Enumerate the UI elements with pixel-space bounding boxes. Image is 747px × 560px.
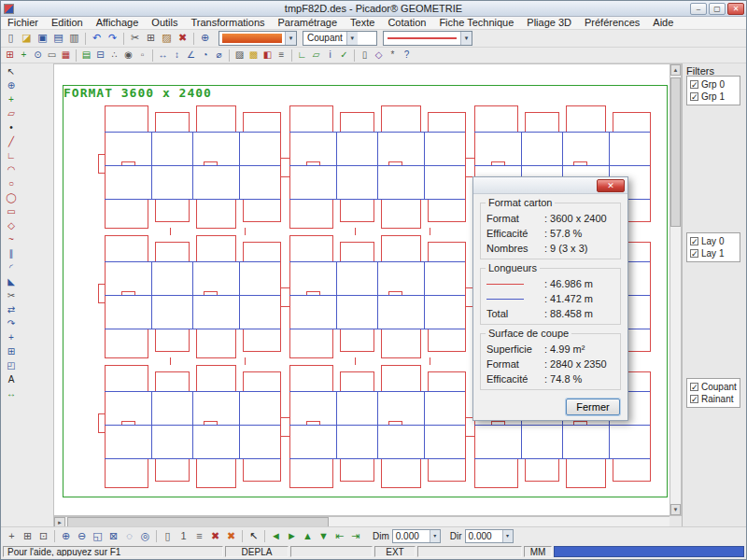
origin-icon[interactable]: ⊙ xyxy=(31,49,45,62)
menu-item-pr-f-rences[interactable]: Préférences xyxy=(578,17,646,29)
dim-horizontal-icon[interactable]: ↔ xyxy=(156,49,170,62)
new-file-icon[interactable]: ▯ xyxy=(3,31,19,46)
chamfer-tool-icon[interactable]: ◣ xyxy=(4,275,19,289)
select-tool-icon[interactable]: ↖ xyxy=(4,65,19,79)
undo-icon[interactable]: ↶ xyxy=(89,31,105,46)
offset-tool-icon[interactable]: ∥ xyxy=(4,247,19,261)
close-button[interactable]: ✕ xyxy=(727,3,744,15)
fermer-button[interactable]: Fermer xyxy=(566,399,620,415)
page-icon[interactable]: ▯ xyxy=(160,529,176,544)
field-dim[interactable]: 0.000▾ xyxy=(392,529,441,543)
redo-icon[interactable]: ↷ xyxy=(105,31,120,46)
filter-grp-0[interactable]: ✓Grp 0 xyxy=(690,78,737,91)
rectangle-tool-icon[interactable]: ▭ xyxy=(4,205,19,219)
zoom-extents-icon[interactable]: ⊕ xyxy=(197,31,213,46)
scroll-up-icon[interactable]: ▲ xyxy=(670,64,681,76)
minimize-button[interactable]: – xyxy=(690,3,707,15)
menu-item-transformations[interactable]: Transformations xyxy=(184,17,271,29)
help-icon[interactable]: ? xyxy=(400,49,414,62)
snap-grid-icon[interactable]: ▦ xyxy=(59,49,73,62)
zoom-extents-icon[interactable]: ⊠ xyxy=(106,529,121,544)
snap-icon[interactable]: ⊡ xyxy=(35,529,51,544)
scale-tool-icon[interactable]: ◰ xyxy=(4,359,19,373)
color-swatch-icon[interactable]: ◧ xyxy=(261,49,275,62)
filter-grp-1[interactable]: ✓Grp 1 xyxy=(690,91,737,103)
handles-icon[interactable]: ▫ xyxy=(135,49,149,62)
menu-item-pliage-3d[interactable]: Pliage 3D xyxy=(520,17,578,29)
spline-tool-icon[interactable]: ~ xyxy=(4,233,19,247)
nav-left-icon[interactable]: ◄ xyxy=(268,529,284,544)
menu-item-fiche-technique[interactable]: Fiche Technique xyxy=(432,17,520,29)
line-tool-icon[interactable]: ╱ xyxy=(4,135,19,149)
ellipse-tool-icon[interactable]: ◯ xyxy=(4,191,19,205)
menu-item-cotation[interactable]: Cotation xyxy=(381,17,432,29)
nav-start-icon[interactable]: ⇤ xyxy=(331,529,347,544)
zoom-in-icon[interactable]: ⊕ xyxy=(58,529,74,544)
fill-icon[interactable]: ▩ xyxy=(247,49,261,62)
vertical-scrollbar[interactable]: ▲ ▼ xyxy=(669,63,682,516)
hatch-icon[interactable]: ▨ xyxy=(233,49,247,62)
filter-lay-1[interactable]: ✓Lay 1 xyxy=(690,247,737,259)
sheet-icon[interactable]: ▯ xyxy=(358,49,372,62)
paste-icon[interactable]: ▨ xyxy=(159,31,175,46)
dim-radius-icon[interactable]: ◔ xyxy=(198,49,212,62)
delete-icon[interactable]: ✖ xyxy=(175,31,190,46)
print-icon[interactable]: ▥ xyxy=(66,31,82,46)
delete-x-icon[interactable]: ✖ xyxy=(207,529,223,544)
menu-item-fichier[interactable]: Fichier xyxy=(1,17,45,29)
dimension-tool-icon[interactable]: ↔ xyxy=(4,387,19,401)
open-folder-icon[interactable]: ◪ xyxy=(19,31,35,46)
layers-icon[interactable]: ▤ xyxy=(79,49,93,62)
zoom-scale-icon[interactable]: ◎ xyxy=(137,529,153,544)
info-icon[interactable]: i xyxy=(323,49,337,62)
menu-item-edition[interactable]: Edition xyxy=(45,17,90,29)
line-style-icon[interactable]: ≡ xyxy=(275,49,289,62)
filter-rainant[interactable]: ✓Rainant xyxy=(690,393,737,405)
line-type-combo[interactable]: Coupant ▾ xyxy=(303,31,377,46)
fillet-tool-icon[interactable]: ◜ xyxy=(4,261,19,275)
nav-end-icon[interactable]: ⇥ xyxy=(347,529,363,544)
duplicate-tool-icon[interactable]: ⊞ xyxy=(4,345,19,359)
erase-tool-icon[interactable]: ▱ xyxy=(4,107,19,121)
color-combo[interactable]: ▾ xyxy=(218,31,297,46)
nav-up-icon[interactable]: ▲ xyxy=(300,529,316,544)
zoom-previous-icon[interactable]: ◌ xyxy=(121,529,137,544)
select-cursor-icon[interactable]: ↖ xyxy=(246,529,261,544)
polygon-tool-icon[interactable]: ◇ xyxy=(4,219,19,233)
menu-item-affichage[interactable]: Affichage xyxy=(90,17,146,29)
fold-3d-icon[interactable]: ◇ xyxy=(372,49,386,62)
move-tool-icon[interactable]: + xyxy=(4,331,19,345)
purge-icon[interactable]: ✖ xyxy=(223,529,239,544)
ruler-icon[interactable]: ▭ xyxy=(45,49,59,62)
text-tool-icon[interactable]: A xyxy=(4,373,19,387)
rotate-tool-icon[interactable]: ↷ xyxy=(4,317,19,331)
dialog-title-bar[interactable]: ✕ xyxy=(473,177,627,194)
pan-icon[interactable]: + xyxy=(4,529,20,544)
field-dir[interactable]: 0.000▾ xyxy=(465,529,514,543)
zoom-tool-icon[interactable]: ⊕ xyxy=(4,79,19,93)
copy-icon[interactable]: ⊞ xyxy=(143,31,159,46)
dim-angle-icon[interactable]: ∠ xyxy=(184,49,198,62)
menu-item-aide[interactable]: Aide xyxy=(646,17,680,29)
point-tool-icon[interactable]: • xyxy=(4,121,19,135)
node-edit-icon[interactable]: ◉ xyxy=(121,49,135,62)
arc-tool-icon[interactable]: ◠ xyxy=(4,163,19,177)
title-bar[interactable]: tmpF82D.des - Picador® GEOMETRIE – ▢ ✕ xyxy=(1,1,746,17)
scroll-down-icon[interactable]: ▼ xyxy=(670,504,681,515)
maximize-button[interactable]: ▢ xyxy=(709,3,726,15)
filter-lay-0[interactable]: ✓Lay 0 xyxy=(690,235,737,247)
group-icon[interactable]: ⊟ xyxy=(93,49,107,62)
dim-diameter-icon[interactable]: ⌀ xyxy=(212,49,226,62)
settings-icon[interactable]: * xyxy=(386,49,400,62)
grid-icon[interactable]: ⊞ xyxy=(20,529,35,544)
line-style-combo[interactable]: ▾ xyxy=(383,31,472,46)
nav-right-icon[interactable]: ► xyxy=(284,529,300,544)
grid-icon[interactable]: ⊞ xyxy=(3,49,17,62)
scale-1-icon[interactable]: 1 xyxy=(176,529,191,544)
filter-coupant[interactable]: ✓Coupant xyxy=(690,381,737,393)
menu-item-outils[interactable]: Outils xyxy=(145,17,184,29)
menu-item-param-trage[interactable]: Paramétrage xyxy=(272,17,345,29)
dialog-close-icon[interactable]: ✕ xyxy=(597,179,625,192)
circle-tool-icon[interactable]: ○ xyxy=(4,177,19,191)
points-icon[interactable]: ∴ xyxy=(107,49,121,62)
